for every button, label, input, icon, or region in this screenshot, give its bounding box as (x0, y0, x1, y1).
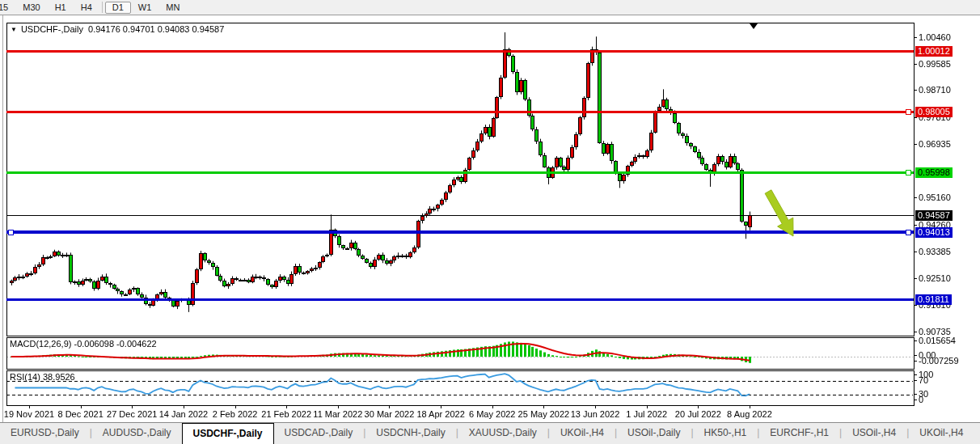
axis-label: 0.015654 (919, 336, 956, 345)
toolbar-separator (102, 2, 103, 13)
tab-usoil-daily[interactable]: USOil-,Daily (617, 423, 691, 444)
date-label: 27 Dec 2021 (107, 409, 157, 419)
chart-title: ▼USDCHF-,Daily 0.94176 0.94701 0.94083 0… (11, 24, 224, 34)
tab-xauusd-daily[interactable]: XAUUSD-,Daily (458, 423, 547, 444)
price-badge-0.98005: 0.98005 (915, 107, 953, 117)
date-label: 14 Jan 2022 (159, 409, 209, 419)
date-label: 11 Mar 2022 (313, 409, 362, 419)
timeframe-button-w1[interactable]: W1 (131, 2, 159, 14)
axis-label: 0.99585 (919, 59, 951, 69)
candlestick-canvas[interactable] (0, 15, 980, 422)
rsi-indicator-label: RSI(14) 38.9526 (10, 372, 75, 382)
date-label: 2 Feb 2022 (213, 409, 258, 419)
tab-hk50-h1[interactable]: HK50-,H1 (694, 423, 758, 444)
chart-client-area: ▼USDCHF-,Daily 0.94176 0.94701 0.94083 0… (0, 15, 980, 422)
axis-label: 0 (919, 395, 923, 404)
hline-0.98005[interactable] (6, 111, 914, 113)
date-label: 1 Jul 2022 (626, 409, 667, 419)
title-marker-icon: ▼ (11, 26, 17, 33)
price-badge-0.95998: 0.95998 (915, 167, 953, 178)
axis-label: 0.92510 (919, 273, 951, 283)
tab-eurusd-daily[interactable]: EURUSD-,Daily (0, 423, 90, 444)
tab-ukoil-h4[interactable]: UKOil-,H4 (550, 423, 615, 444)
date-label: 8 Dec 2021 (57, 409, 103, 419)
hline-1.00012[interactable] (6, 50, 914, 53)
symbol-period-label: USDCHF-,Daily (21, 24, 83, 34)
tab-usoil-h4[interactable]: USOil-,H4 (842, 423, 906, 444)
date-label: 6 May 2022 (469, 409, 515, 419)
axis-label: -0.007259 (919, 356, 959, 366)
axis-label: 0.93385 (919, 247, 951, 256)
tab-usdcnh-daily[interactable]: USDCNH-,Daily (365, 423, 455, 444)
ohlc-values: 0.94176 0.94701 0.94083 0.94587 (88, 24, 224, 34)
date-label: 30 Mar 2022 (365, 409, 415, 419)
tab-eurchf-h1[interactable]: EURCHF-,H1 (759, 423, 839, 444)
price-badge-0.94013: 0.94013 (915, 227, 953, 238)
timeframe-toolbar: 15M30H1H4D1W1MN (0, 0, 980, 15)
date-label: 20 Jul 2022 (675, 409, 721, 419)
axis-label: 0.96935 (919, 139, 951, 149)
hline-handle[interactable] (906, 230, 911, 235)
axis-label: 0.98710 (919, 85, 951, 95)
axis-label: 0.95160 (919, 192, 951, 202)
macd-indicator-label: MACD(12,26,9) -0.006098 -0.004622 (10, 339, 157, 349)
timeframe-button-h1[interactable]: H1 (48, 2, 74, 14)
date-label: 18 Apr 2022 (416, 409, 464, 419)
tab-ukoil-h4[interactable]: UKOil-,H4 (909, 423, 974, 444)
timeframe-button-m30[interactable]: M30 (15, 2, 47, 14)
date-label: 21 Feb 2022 (261, 409, 311, 419)
tab-usdcad-daily[interactable]: USDCAD-,Daily (274, 423, 364, 444)
chart-tab-bar: EURUSD-,Daily|AUDUSD-,DailyUSDCHF-,Daily… (0, 422, 980, 444)
tab-usdchf-daily[interactable]: USDCHF-,Daily (182, 423, 274, 444)
tab-audusd-daily[interactable]: AUDUSD-,Daily (92, 423, 182, 444)
hline-0.91811[interactable] (6, 298, 914, 301)
date-label: 13 Jun 2022 (571, 409, 620, 419)
hline-handle[interactable] (906, 170, 911, 175)
timeframe-button-15[interactable]: 15 (0, 2, 15, 14)
axis-label: 1.00460 (919, 32, 951, 42)
timeframe-button-h4[interactable]: H4 (74, 2, 99, 14)
timeframe-button-mn[interactable]: MN (158, 2, 187, 14)
price-badge-0.91811: 0.91811 (915, 294, 952, 305)
price-badge-0.94587: 0.94587 (915, 210, 953, 221)
date-label: 19 Nov 2021 (4, 409, 54, 419)
hline-handle[interactable] (906, 109, 911, 115)
hline-0.94013[interactable] (6, 230, 914, 234)
mt4-chart-window: 15M30H1H4D1W1MN ▼USDCHF-,Daily 0.94176 0… (0, 0, 980, 444)
chart-shift-marker-icon[interactable] (750, 23, 758, 29)
hline-0.95998[interactable] (6, 171, 914, 174)
date-label: 25 May 2022 (518, 409, 570, 419)
hline-0.94587[interactable] (6, 215, 914, 216)
timeframe-button-d1[interactable]: D1 (105, 2, 131, 14)
date-label: 8 Aug 2022 (727, 409, 772, 419)
axis-label: 70 (919, 375, 928, 385)
price-badge-1.00012: 1.00012 (915, 46, 953, 57)
hline-handle[interactable] (8, 230, 14, 235)
